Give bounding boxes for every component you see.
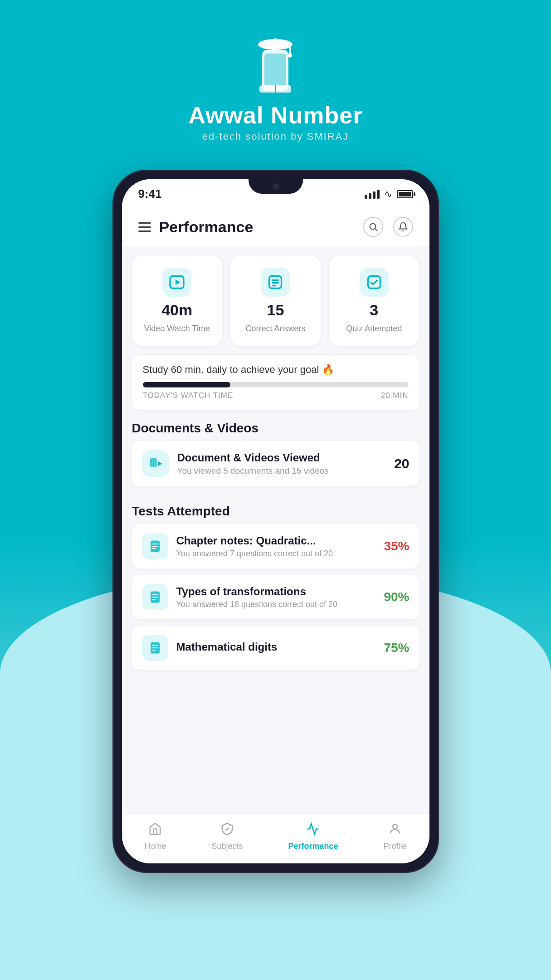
study-goal-section: Study 60 min. daily to achieve your goal… [132,355,419,410]
svg-point-9 [370,224,375,230]
nav-home-label: Home [144,842,166,851]
stat-card-video: 40m Video Watch Time [132,256,222,346]
nav-subjects-label: Subjects [211,842,243,851]
test-title-1: Chapter notes: Quadratic... [176,534,376,547]
test-title-3: Mathematical digits [176,641,376,653]
test-score-2: 90% [384,590,409,604]
stats-row: 40m Video Watch Time 15 Correct An [122,246,429,346]
nav-profile-label: Profile [383,842,406,851]
status-bar: 9:41 ∿ [122,179,429,209]
status-icons: ∿ [365,188,413,200]
video-watch-icon-bg [162,268,191,297]
app-header: Performance [122,209,429,246]
study-goal-text: Study 60 min. daily to achieve your goal… [143,364,409,376]
test-title-2: Types of transformations [176,585,376,598]
logo-icon [250,36,300,95]
test-icon-bg-2 [142,584,168,610]
nav-subjects[interactable]: Subjects [202,819,252,854]
doc-title: Document & Videos Viewed [177,451,386,464]
test-subtitle-1: You answered 7 questions correct out of … [176,549,376,559]
quiz-icon [366,274,382,290]
test-icon-bg-3 [142,635,168,661]
quiz-attempted-value: 3 [370,301,378,319]
doc-video-icon-bg [142,450,169,477]
status-time: 9:41 [138,187,162,201]
signal-icon [365,190,380,199]
notifications-button[interactable] [393,217,413,237]
phone-frame: 9:41 ∿ [112,170,439,873]
documents-section-header: Documents & Videos [122,410,429,441]
stat-card-correct: 15 Correct Answers [230,256,321,346]
progress-bar-bg [143,382,409,387]
performance-icon [306,822,320,839]
wifi-icon: ∿ [384,188,392,200]
search-button[interactable] [363,217,383,237]
doc-count: 20 [394,456,409,471]
battery-fill [399,192,411,196]
nav-home[interactable]: Home [135,819,175,854]
video-watch-label: Video Watch Time [144,323,210,334]
test-icon-3 [148,641,162,655]
max-time-label: 20 MIN [381,391,409,400]
logo-area: Awwal Number ed-tech solution by SMIRAJ [189,36,363,142]
nav-performance[interactable]: Performance [279,819,347,854]
doc-subtitle: You viewed 5 documents and 15 videos [177,466,386,476]
play-icon [169,274,185,290]
test-score-1: 35% [384,539,409,554]
correct-answers-value: 15 [267,301,284,319]
test-icon-bg-1 [142,533,168,559]
svg-rect-18 [150,458,157,467]
scroll-content: 40m Video Watch Time 15 Correct An [122,246,429,813]
test-subtitle-2: You answered 18 questions correct out of… [176,600,376,609]
stat-card-quiz: 3 Quiz Attempted [329,256,419,346]
doc-video-item[interactable]: Document & Videos Viewed You viewed 5 do… [132,441,419,486]
svg-line-10 [375,229,377,231]
tests-section-header: Tests Attempted [122,493,429,524]
doc-info: Document & Videos Viewed You viewed 5 do… [177,451,386,476]
test-item-2[interactable]: Types of transformations You answered 18… [132,575,419,619]
profile-icon [388,822,402,839]
correct-answers-icon-bg [261,268,290,297]
svg-marker-12 [176,279,180,285]
menu-button[interactable] [138,222,151,232]
notch [249,179,303,194]
svg-marker-1 [258,38,293,51]
svg-rect-5 [264,54,286,86]
nav-profile[interactable]: Profile [374,819,415,854]
test-item-1[interactable]: Chapter notes: Quadratic... You answered… [132,524,419,568]
quiz-attempted-icon-bg [360,268,389,297]
svg-marker-19 [158,461,162,466]
correct-answers-label: Correct Answers [245,323,305,334]
page-title: Performance [159,218,254,236]
app-subtitle: ed-tech solution by SMIRAJ [202,131,349,142]
test-icon-2 [148,590,162,604]
home-icon [148,822,162,839]
phone-screen: 9:41 ∿ [122,179,429,863]
app-name: Awwal Number [189,102,363,129]
test-icon-1 [148,539,162,553]
bottom-nav: Home Subjects Performance [122,813,429,863]
test-item-3[interactable]: Mathematical digits 75% [132,626,419,670]
progress-labels: TODAY'S WATCH TIME 20 MIN [143,391,409,400]
test-score-3: 75% [384,641,409,655]
svg-rect-2 [289,44,291,54]
quiz-attempted-label: Quiz Attempted [346,323,402,334]
progress-bar-fill [143,382,230,387]
test-info-2: Types of transformations You answered 18… [176,585,376,609]
list-icon [267,274,283,290]
document-video-icon [148,456,163,471]
camera [273,183,279,190]
today-watch-label: TODAY'S WATCH TIME [143,391,234,400]
battery-icon [397,190,413,198]
svg-point-32 [393,824,397,829]
test-info-3: Mathematical digits [176,641,376,655]
video-watch-value: 40m [161,301,192,319]
subjects-icon [220,822,234,839]
test-info-1: Chapter notes: Quadratic... You answered… [176,534,376,559]
nav-performance-label: Performance [288,842,338,851]
tests-list: Chapter notes: Quadratic... You answered… [122,524,429,676]
